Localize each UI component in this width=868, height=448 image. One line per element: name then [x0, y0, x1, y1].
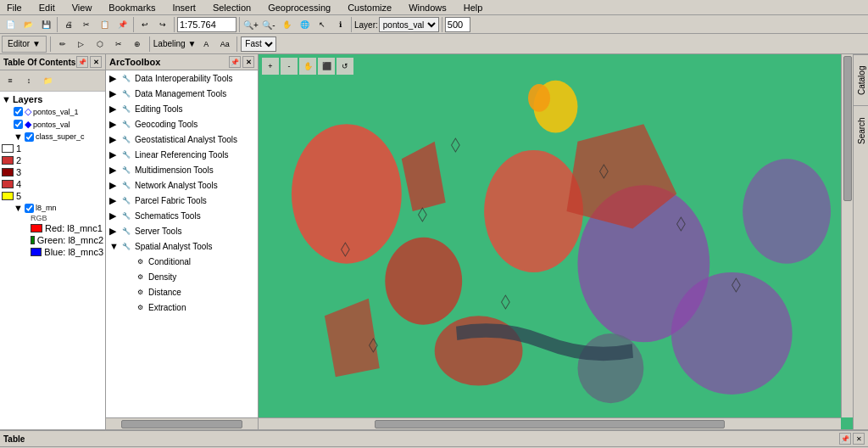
menu-geoprocessing[interactable]: Geoprocessing	[264, 2, 334, 14]
layer-checkbox-pontos-val[interactable]	[14, 120, 23, 129]
toc-layer-l8-mn[interactable]: ▼ l8_mn	[2, 202, 103, 214]
toc-close-button[interactable]: ✕	[90, 56, 102, 68]
menu-file[interactable]: File	[3, 2, 25, 14]
toolbox-item-4[interactable]: ▶ 🔧 Geostatistical Analyst Tools	[106, 132, 258, 147]
pan-button[interactable]: ✋	[278, 16, 295, 33]
toolbox-icon-3: 🔧	[120, 118, 132, 130]
save-button[interactable]: 💾	[37, 16, 54, 33]
toolbox-item-12[interactable]: ⚙ Conditional	[106, 254, 258, 269]
expand-icon-5: ▶	[109, 149, 118, 160]
map-area[interactable]: ◇ ◇ ◇ ◇ ◇ ◇ ◇ ◇ + - ✋ ⬛ ↺	[259, 54, 853, 429]
open-button[interactable]: 📂	[19, 16, 36, 33]
toolbox-item-11[interactable]: ▼ 🔧 Spatial Analyst Tools	[106, 238, 258, 254]
merge-tool[interactable]: ⊕	[129, 36, 146, 53]
bottom-area: Table 📌 ✕ ☰▼ + ⊞ □ ↺ ⇄ ✕ pontos_val_1 ✕	[0, 429, 868, 448]
toc-toolbar: ≡ ↕ 📁	[0, 70, 105, 92]
sketch-tool[interactable]: ✏	[54, 36, 71, 53]
layer-checkbox-pontos-val-1[interactable]	[14, 107, 23, 116]
arctoolbox-hscrollbar[interactable]	[106, 417, 258, 429]
table-close[interactable]: ✕	[853, 433, 865, 445]
select-button[interactable]: ↖	[314, 16, 331, 33]
sep4	[239, 17, 240, 32]
menu-help[interactable]: Help	[460, 2, 487, 14]
legend-item-3: 3	[2, 166, 103, 178]
catalog-tab[interactable]: Catalog	[854, 54, 868, 105]
toc-layer-pontos-val-1[interactable]: ◇ pontos_val_1	[2, 105, 103, 118]
zoom-in-button[interactable]: 🔍+	[242, 16, 259, 33]
layer-checkbox-class-super-c[interactable]	[25, 132, 34, 142]
reshape-tool[interactable]: ⬡	[92, 36, 108, 53]
main-area: Table Of Contents 📌 ✕ ≡ ↕ 📁 ▼ Layers ◇ p…	[0, 54, 868, 429]
layer-select[interactable]: pontos_val	[379, 17, 439, 32]
expand-icon-9: ▶	[109, 210, 118, 221]
edit-tool[interactable]: ▷	[73, 36, 90, 53]
toc-layer-pontos-val[interactable]: ◆ pontos_val	[2, 118, 103, 131]
redo-button[interactable]: ↪	[154, 16, 171, 33]
toolbox-item-8[interactable]: ▶ 🔧 Parcel Fabric Tools	[106, 193, 258, 208]
arctoolbox-pin[interactable]: 📌	[229, 56, 241, 68]
rgb-blue-label: Blue:	[44, 247, 65, 257]
table-pin[interactable]: 📌	[839, 433, 851, 445]
toolbox-item-5[interactable]: ▶ 🔧 Linear Referencing Tools	[106, 147, 258, 162]
copy-button[interactable]: 📋	[96, 16, 113, 33]
toolbox-item-2[interactable]: ▶ 🔧 Editing Tools	[106, 101, 258, 116]
toc-list-view[interactable]: ≡	[2, 72, 19, 89]
toolbox-label-10: Server Tools	[135, 227, 181, 236]
zoom-value-input[interactable]	[445, 17, 470, 32]
new-button[interactable]: 📄	[2, 16, 19, 33]
toc-layers-root[interactable]: ▼ Layers	[2, 93, 103, 105]
toolbox-item-0[interactable]: ▶ 🔧 Data Interoperability Tools	[106, 70, 258, 86]
map-refresh[interactable]: ↺	[337, 58, 353, 75]
toolbox-item-1[interactable]: ▶ 🔧 Data Management Tools	[106, 86, 258, 101]
map-zoom-out[interactable]: -	[281, 58, 298, 75]
identify-button[interactable]: ℹ	[331, 16, 348, 33]
arctoolbox-close[interactable]: ✕	[242, 56, 254, 68]
toc-draw-order[interactable]: ↕	[20, 72, 37, 89]
menu-selection[interactable]: Selection	[209, 2, 254, 14]
toolbox-item-13[interactable]: ⚙ Density	[106, 269, 258, 284]
menu-windows[interactable]: Windows	[405, 2, 450, 14]
paste-button[interactable]: 📌	[114, 16, 131, 33]
layer-icon-point2: ◆	[25, 119, 31, 130]
toolbox-item-7[interactable]: ▶ 🔧 Network Analyst Tools	[106, 177, 258, 193]
toolbox-item-9[interactable]: ▶ 🔧 Schematics Tools	[106, 208, 258, 223]
menu-bookmarks[interactable]: Bookmarks	[105, 2, 159, 14]
label-btn1[interactable]: A	[198, 36, 214, 53]
full-extent-button[interactable]: 🌐	[296, 16, 313, 33]
toolbox-icon-6: 🔧	[120, 164, 132, 176]
undo-button[interactable]: ↩	[136, 16, 153, 33]
toolbox-item-15[interactable]: ⚙ Extraction	[106, 300, 258, 315]
rgb-red-value: l8_mnc1	[67, 223, 103, 233]
toc-pin-button[interactable]: 📌	[76, 56, 88, 68]
map-zoom-in[interactable]: +	[262, 58, 279, 75]
menu-edit[interactable]: Edit	[36, 2, 58, 14]
map-pan[interactable]: ✋	[299, 58, 316, 75]
center-area: ArcToolbox 📌 ✕ ▶ 🔧 Data Interoperability…	[106, 54, 868, 429]
toc-source-view[interactable]: 📁	[39, 72, 56, 89]
map-extent[interactable]: ⬛	[318, 58, 335, 75]
search-tab[interactable]: Search	[854, 105, 868, 156]
map-hscrollbar[interactable]	[259, 417, 841, 429]
speed-select[interactable]: Fast	[241, 36, 276, 52]
split-tool[interactable]: ✂	[110, 36, 127, 53]
legend-color-2	[2, 156, 14, 165]
cut-button[interactable]: ✂	[78, 16, 95, 33]
toolbox-item-14[interactable]: ⚙ Distance	[106, 284, 258, 300]
print-button[interactable]: 🖨	[60, 16, 77, 33]
zoom-out-button[interactable]: 🔍-	[260, 16, 277, 33]
toolbox-item-6[interactable]: ▶ 🔧 Multidimension Tools	[106, 162, 258, 177]
menu-insert[interactable]: Insert	[169, 2, 199, 14]
map-vscrollbar[interactable]	[841, 54, 853, 417]
toolbox-label-3: Geocoding Tools	[135, 120, 198, 129]
menu-customize[interactable]: Customize	[344, 2, 395, 14]
layer-checkbox-l8-mn[interactable]	[25, 204, 34, 213]
label-btn2[interactable]: Aa	[216, 36, 233, 53]
toolbox-icon-1: 🔧	[120, 87, 132, 99]
toolbox-item-10[interactable]: ▶ 🔧 Server Tools	[106, 223, 258, 238]
menu-view[interactable]: View	[69, 2, 96, 14]
toolbox-item-3[interactable]: ▶ 🔧 Geocoding Tools	[106, 116, 258, 132]
toc-layer-class-super-c[interactable]: ▼ class_super_c	[2, 131, 103, 143]
editor-dropdown[interactable]: Editor ▼	[2, 36, 47, 53]
layer-name-pontos-val-1: pontos_val_1	[33, 108, 79, 116]
scale-input[interactable]	[177, 17, 236, 32]
